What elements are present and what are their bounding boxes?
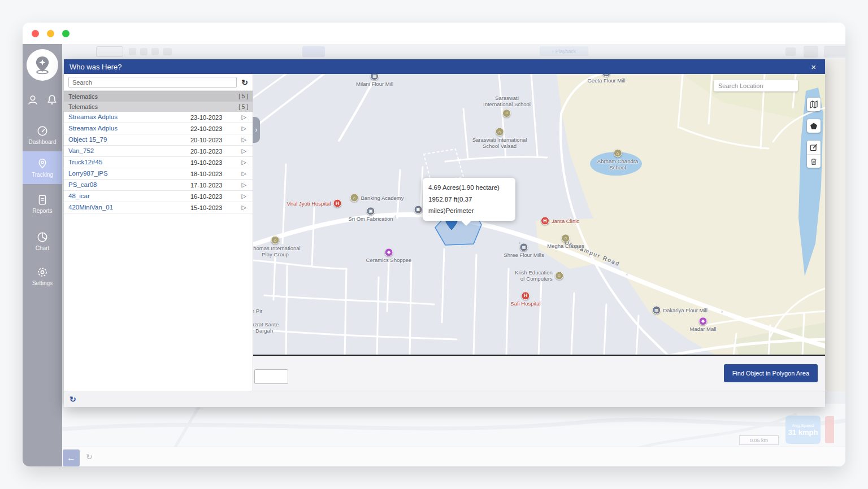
bell-icon[interactable] <box>46 94 58 106</box>
ghost-toolbar-button <box>302 46 325 57</box>
hospital-marker-icon: H <box>541 217 549 225</box>
svg-text:‹: ‹ <box>394 213 396 219</box>
group-header[interactable]: Telematics [ 5 ] <box>64 91 253 102</box>
svg-text:‹: ‹ <box>626 272 628 277</box>
play-icon[interactable]: ▷ <box>242 170 246 177</box>
map-poi: ⌂Saraswati International School <box>483 95 531 117</box>
poi-label: Banking Academy <box>361 194 403 200</box>
vehicle-row[interactable]: Lorry987_iPS 18-10-2023 ▷ <box>64 168 253 180</box>
area-tooltip: 4.69 Acres(1.90 hectare) 1952.87 ft(0.37… <box>423 178 515 221</box>
poi-label: Saraswati International School Valsad <box>472 137 527 150</box>
school-marker-icon: ⌂ <box>271 236 280 244</box>
sidebar-item-chart[interactable]: Chart <box>23 226 62 256</box>
back-arrow-icon: ← <box>67 453 76 463</box>
who-was-here-modal: Who was Here? × ↻ Telematics [ 5 ] Telem… <box>64 59 825 407</box>
polygon-coordinates-input[interactable] <box>254 369 288 384</box>
ghost-toolbar-icon <box>151 48 159 55</box>
delete-polygon-button[interactable] <box>807 154 821 168</box>
refresh-icon[interactable]: ↻ <box>70 395 76 404</box>
play-icon[interactable]: ▷ <box>242 113 246 121</box>
poi-label: Madar Mall <box>690 326 717 332</box>
edit-polygon-button[interactable] <box>807 141 821 154</box>
user-icon[interactable] <box>27 94 39 106</box>
ghost-toolbar-icon <box>785 47 796 56</box>
flour-marker-icon: ▦ <box>520 243 528 251</box>
map-poi: ◆Ceramics Shoppee <box>366 248 412 263</box>
background-toolbar: ◦Playback <box>62 44 845 59</box>
sidebar-item-reports[interactable]: Reports <box>23 189 62 219</box>
play-icon[interactable]: ▷ <box>242 193 246 200</box>
vehicle-row[interactable]: 420MiniVan_01 15-10-2023 ▷ <box>64 202 253 213</box>
vehicle-row[interactable]: Truck12#45 19-10-2023 ▷ <box>64 157 253 168</box>
building-marker-icon: ▣ <box>367 207 375 215</box>
play-icon[interactable]: ▷ <box>242 125 246 132</box>
vehicle-name: Truck12#45 <box>68 159 102 165</box>
maximize-window-icon[interactable] <box>62 30 70 37</box>
map-poi: HJanta Clinic <box>541 217 579 225</box>
group-count: [ 5 ] <box>238 104 248 110</box>
vehicle-name: Streamax Adplus <box>68 113 118 120</box>
poi-label: Milani Flour Mill <box>356 81 393 87</box>
map-tools <box>807 98 821 168</box>
search-input[interactable] <box>68 77 237 88</box>
vehicle-name: PS_car08 <box>68 181 97 188</box>
avg-speed-badge: Avg Speed 31 kmph <box>785 416 821 444</box>
ghost-toolbar-button <box>96 46 123 57</box>
group-header[interactable]: Telematics [ 5 ] <box>64 102 253 112</box>
poi-label: Viral Jyoti Hospital <box>287 200 331 206</box>
poi-label: ah Pir <box>253 308 262 314</box>
report-document-icon <box>36 194 49 206</box>
modal-header: Who was Here? × <box>64 59 825 74</box>
minimize-window-icon[interactable] <box>47 30 54 37</box>
vehicle-panel: ↻ Telematics [ 5 ] Telematics [ 5 ] Stre… <box>64 74 253 391</box>
ghost-toolbar-icon <box>129 48 136 55</box>
panel-collapse-handle[interactable]: › <box>253 117 260 143</box>
school-marker-icon: ⌂ <box>555 272 563 280</box>
map-poi: ☾Hazrat Sante Pir Dargah <box>253 321 279 334</box>
poi-label: Shree Flour Mills <box>504 252 544 258</box>
find-object-button[interactable]: Find Object in Polygon Area <box>724 364 818 382</box>
draw-polygon-button[interactable] <box>807 119 821 133</box>
vehicle-row[interactable]: Van_752 20-10-2023 ▷ <box>64 146 253 157</box>
chevron-right-icon: › <box>255 126 258 134</box>
vehicle-row[interactable]: Object 15_79 20-10-2023 ▷ <box>64 134 253 146</box>
map-canvas[interactable]: ‹›‹› Dharampur Road <box>253 74 825 356</box>
map-poi: ▦Milani Flour Mill <box>356 74 393 88</box>
map-icon <box>810 101 818 108</box>
close-icon[interactable]: × <box>808 63 819 71</box>
sidebar-item-label: Dashboard <box>29 139 57 145</box>
play-icon[interactable]: ▷ <box>242 136 246 143</box>
school-marker-icon: ⌂ <box>502 109 511 117</box>
vehicle-name: 48_icar <box>68 193 90 199</box>
vehicle-row[interactable]: Streamax Adplus 22-10-2023 ▷ <box>64 123 253 134</box>
sidebar-item-settings[interactable]: Settings <box>23 261 62 291</box>
vehicle-date: 23-10-2023 <box>190 114 222 121</box>
sidebar-item-dashboard[interactable]: Dashboard <box>23 120 62 150</box>
vehicle-row[interactable]: PS_car08 17-10-2023 ▷ <box>64 180 253 191</box>
purple-marker-icon: ◆ <box>699 317 708 325</box>
play-icon[interactable]: ▷ <box>242 147 246 155</box>
back-button[interactable]: ← <box>63 449 80 466</box>
sidebar-item-label: Chart <box>36 245 49 251</box>
play-icon[interactable]: ▷ <box>242 159 246 166</box>
window-controls[interactable] <box>32 30 70 37</box>
ghost-toolbar-icon <box>140 48 147 55</box>
ghost-toolbar-icon <box>824 46 845 58</box>
map-layers-button[interactable] <box>807 98 821 111</box>
vehicle-row[interactable]: 48_icar 16-10-2023 ▷ <box>64 191 253 202</box>
play-icon[interactable]: ▷ <box>242 204 246 211</box>
window-titlebar <box>23 23 845 44</box>
close-window-icon[interactable] <box>32 30 39 37</box>
gear-icon <box>36 266 49 278</box>
map-search-input[interactable] <box>714 80 798 91</box>
vehicle-row[interactable]: Streamax Adplus 23-10-2023 ▷ <box>64 112 253 123</box>
group-count: [ 5 ] <box>238 93 248 99</box>
group-label: Telematics <box>68 93 98 100</box>
sidebar-item-label: Tracking <box>32 172 53 178</box>
map-poi: ▦Shree Flour Mills <box>504 243 544 258</box>
sidebar-item-label: Settings <box>32 280 53 286</box>
play-icon[interactable]: ▷ <box>242 181 246 189</box>
sidebar-item-tracking[interactable]: Tracking <box>23 151 62 184</box>
location-pin-logo-icon <box>32 55 53 75</box>
refresh-icon[interactable]: ↻ <box>241 78 248 87</box>
